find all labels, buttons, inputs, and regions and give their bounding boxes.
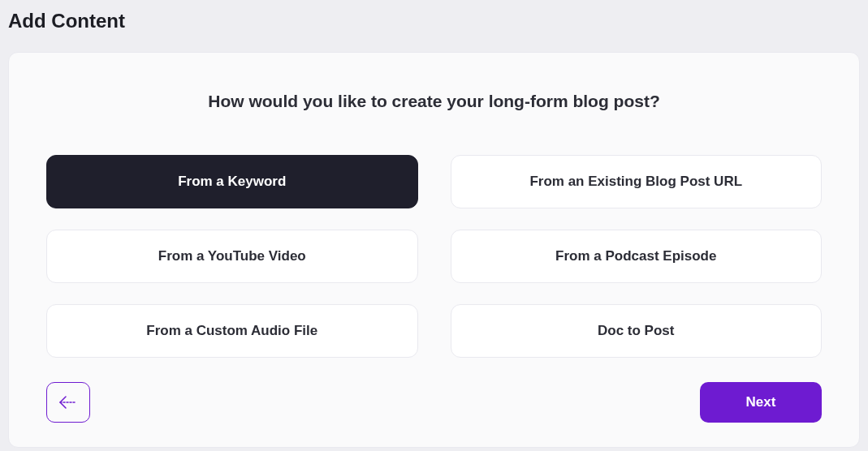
content-card: How would you like to create your long-f… [8,52,860,448]
option-from-podcast[interactable]: From a Podcast Episode [451,230,823,283]
option-label: From a YouTube Video [158,248,306,264]
option-doc-to-post[interactable]: Doc to Post [451,304,823,358]
option-from-keyword[interactable]: From a Keyword [46,155,418,208]
arrow-left-icon [58,395,78,410]
page-title: Add Content [8,10,860,32]
option-label: From a Keyword [178,174,286,190]
option-label: Doc to Post [598,323,674,339]
option-label: From an Existing Blog Post URL [529,174,742,190]
option-from-blog-url[interactable]: From an Existing Blog Post URL [451,155,823,208]
next-button[interactable]: Next [700,382,822,423]
option-label: From a Custom Audio File [146,323,317,339]
heading: How would you like to create your long-f… [46,92,822,111]
option-from-audio-file[interactable]: From a Custom Audio File [46,304,418,358]
option-from-youtube[interactable]: From a YouTube Video [46,230,418,283]
options-grid: From a Keyword From an Existing Blog Pos… [46,155,822,358]
back-button[interactable] [46,382,90,423]
footer-nav: Next [46,382,822,423]
option-label: From a Podcast Episode [555,248,716,264]
